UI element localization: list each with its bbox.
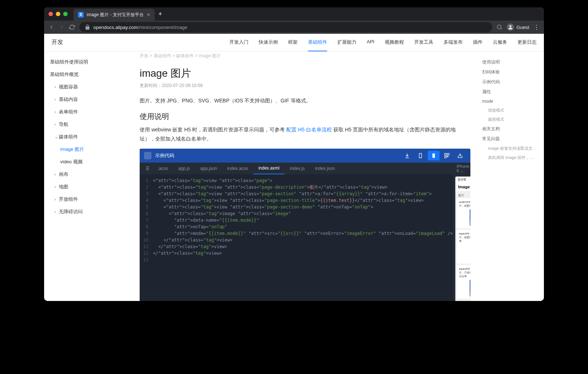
code-editor[interactable]: 1<"attr">class="tag">view "attr">class="… (140, 174, 453, 301)
nav-item-3[interactable]: 基础组件 (308, 34, 327, 51)
main-content: 开发 > 基础组件 > 媒体组件 > image 图片 image 图片 更新时… (132, 51, 478, 301)
nav-item-11[interactable]: 更新日志 (517, 34, 537, 51)
brand-label: 开发 (51, 39, 63, 46)
url-domain: opendocs.alipay.com (93, 25, 138, 30)
toc-item[interactable]: 裁剪模式 (482, 115, 539, 124)
sidebar-item[interactable]: 无障碍访问 (44, 206, 132, 218)
file-tab[interactable]: app.json (195, 163, 222, 174)
sidebar-item[interactable]: 表单组件 (44, 106, 132, 118)
profile-button[interactable]: Guest (507, 23, 529, 31)
back-button[interactable] (49, 24, 54, 30)
file-menu-icon[interactable]: ☰ (143, 166, 153, 171)
nav-item-9[interactable]: 插件 (473, 34, 483, 51)
sidebar-item[interactable]: 媒体组件 (44, 131, 132, 143)
nav-item-4[interactable]: 扩展能力 (337, 34, 356, 51)
whitelist-link[interactable]: 配置 H5 白名单流程 (286, 127, 332, 132)
browser-menu-button[interactable]: ⋮ (534, 24, 539, 31)
toc-item[interactable]: 示例代码 (482, 77, 539, 87)
table-of-contents: 使用说明扫码体验示例代码属性mode缩放模式裁剪模式相关文档常见问题image … (478, 51, 544, 301)
toc-item[interactable]: 缩放模式 (482, 106, 539, 115)
svg-rect-4 (445, 153, 447, 155)
sidebar-item[interactable]: 画布 (44, 168, 132, 181)
preview-image (470, 280, 470, 297)
file-tab[interactable]: app.js (173, 163, 195, 174)
preview-image (470, 209, 470, 226)
ide-title: 示例代码 (155, 152, 401, 159)
preview-card: aspectFill：保持纵横比缩放图片，只保证图片的短边能完全显示出来 (457, 265, 470, 299)
close-window-icon[interactable] (49, 12, 53, 16)
share-button[interactable] (454, 151, 466, 160)
address-bar[interactable]: opendocs.alipay.com/mini/component/image (79, 22, 492, 32)
updated-time: 更新时间：2020-07-20 08:10:58 (140, 83, 470, 89)
download-button[interactable] (401, 151, 413, 160)
breadcrumb: 开发 > 基础组件 > 媒体组件 > image 图片 (140, 51, 470, 61)
toc-item[interactable]: 扫码体验 (482, 67, 539, 77)
window-controls[interactable] (47, 12, 71, 16)
toc-item[interactable]: mode (482, 97, 539, 106)
sidebar-item[interactable]: 基础组件概览 (44, 68, 132, 81)
svg-rect-7 (447, 156, 448, 157)
url-path: /mini/component/image (138, 25, 187, 30)
sidebar: 基础组件使用说明基础组件概览视图容器基础内容表单组件导航媒体组件image 图片… (44, 51, 132, 301)
toc-item[interactable]: 使用说明 (482, 57, 539, 67)
svg-rect-6 (445, 156, 447, 158)
svg-point-1 (510, 25, 512, 27)
sidebar-item[interactable]: 基础组件使用说明 (44, 56, 132, 68)
nav-item-5[interactable]: API (367, 34, 374, 51)
nav-item-7[interactable]: 开发工具 (414, 34, 433, 51)
nav-item-6[interactable]: 视频教程 (385, 34, 404, 51)
nav-item-10[interactable]: 云服务 (493, 34, 507, 51)
top-navigation: 开发 开发入门快速示例框架基础组件扩展能力API视频教程开发工具多端发布插件云服… (44, 34, 544, 51)
close-tab-icon[interactable]: ✕ (147, 12, 150, 17)
sidebar-item[interactable]: 地图 (44, 181, 132, 193)
nav-item-2[interactable]: 框架 (288, 34, 298, 51)
search-icon[interactable] (496, 24, 502, 30)
sidebar-item[interactable]: 基础内容 (44, 93, 132, 106)
toc-item[interactable]: 属性 (482, 87, 539, 97)
nav-item-8[interactable]: 多端发布 (444, 34, 463, 51)
sidebar-subitem[interactable]: image 图片 (44, 143, 132, 156)
preview-card: aspectFit：保持纵横比缩放图片，使图片的长边能完全显示出来 (457, 230, 470, 264)
preview-nav-title: Image (458, 185, 470, 189)
reload-button[interactable] (69, 24, 75, 30)
tab-title: image 图片 - 支付宝开放平台 (87, 12, 144, 18)
avatar-icon (507, 23, 514, 31)
ide-logo-icon (144, 152, 151, 159)
toc-item[interactable]: 真机调用 image 组件，… (482, 153, 539, 162)
device-preview: 支付宝 14:57 100% Image ⋯ ⊙ (455, 177, 470, 301)
svg-rect-3 (433, 153, 435, 158)
maximize-window-icon[interactable] (63, 12, 68, 16)
usage-paragraph: 使用 webview 嵌套 H5 时，若遇到图片资源不显示问题，可参考 配置 H… (140, 125, 470, 144)
description: 图片。支持 JPG、PNG、SVG、WEBP（iOS 不支持动图）、GIF 等格… (140, 98, 470, 104)
file-tab[interactable]: index.json (310, 163, 340, 174)
sidebar-item[interactable]: 开放组件 (44, 193, 132, 206)
file-tab[interactable]: index.acss (222, 163, 253, 174)
phone-preview-button[interactable] (428, 151, 440, 160)
device-selector[interactable]: iPhone 6 ⌄ (457, 164, 469, 173)
lock-icon (85, 24, 90, 30)
browser-tab[interactable]: 支 image 图片 - 支付宝开放平台 ✕ (74, 9, 155, 21)
nav-item-1[interactable]: 快速示例 (259, 34, 278, 51)
sidebar-item[interactable]: 导航 (44, 118, 132, 131)
preview-carrier: 支付宝 (458, 178, 466, 182)
forward-button[interactable] (59, 24, 65, 30)
minimize-window-icon[interactable] (56, 12, 60, 16)
svg-rect-2 (419, 153, 422, 158)
toc-item[interactable]: 常见问题 (482, 134, 539, 144)
file-tab[interactable]: index.js (284, 163, 310, 174)
new-tab-button[interactable]: + (158, 10, 162, 18)
sidebar-subitem[interactable]: video 视频 (44, 156, 132, 168)
nav-item-0[interactable]: 开发入门 (229, 34, 248, 51)
toc-item[interactable]: 相关文档 (482, 124, 539, 134)
file-tab[interactable]: index.axml (253, 163, 284, 174)
favicon-icon: 支 (78, 12, 84, 18)
code-example-ide: 示例代码 ☰ .acssapp.j (140, 149, 470, 301)
sidebar-item[interactable]: 视图容器 (44, 81, 132, 93)
phone-outline-button[interactable] (415, 151, 426, 160)
file-tab[interactable]: .acss (153, 163, 173, 174)
svg-point-0 (497, 25, 501, 29)
preview-card: scaleToFill：不保持纵横比缩放图片，使图片完全适应 (457, 198, 470, 228)
qrcode-button[interactable] (441, 151, 453, 160)
preview-section-label: 图片 (457, 193, 470, 198)
toc-item[interactable]: image 标签支持读取流文… (482, 144, 539, 153)
